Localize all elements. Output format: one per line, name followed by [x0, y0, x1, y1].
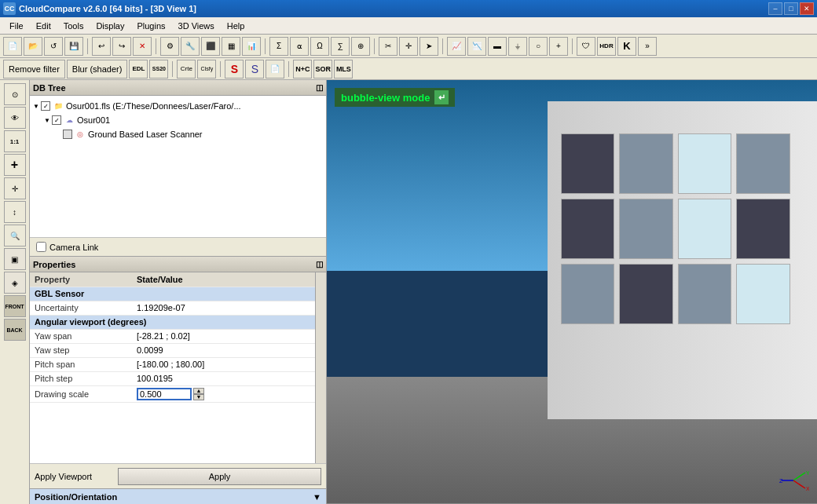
3d-view[interactable]: bubble-view mode ↵ Y X Z	[327, 80, 817, 504]
kiosk[interactable]: K	[617, 37, 636, 56]
tool3[interactable]: ⬛	[201, 37, 220, 56]
yaw-step-value: 0.0099	[132, 343, 315, 357]
tree-check-sensor[interactable]	[63, 130, 72, 139]
resize-button[interactable]: ↕	[4, 201, 26, 223]
col-value: State/Value	[132, 272, 315, 287]
tool2[interactable]: 🔧	[181, 37, 200, 56]
menu-edit[interactable]: Edit	[30, 20, 57, 32]
create-icon[interactable]: Crte	[177, 60, 196, 79]
save-button[interactable]: 💾	[64, 37, 83, 56]
menu-tools[interactable]: Tools	[57, 20, 90, 32]
select-button[interactable]: ◈	[4, 272, 26, 294]
filter1[interactable]: Σ	[269, 37, 288, 56]
doc-icon[interactable]: 📄	[266, 60, 284, 79]
menu-plugins[interactable]: Plugins	[130, 20, 171, 32]
ss20-icon[interactable]: SS20	[149, 60, 168, 79]
mls-icon[interactable]: MLS	[334, 60, 353, 79]
chart4[interactable]: ⏚	[508, 37, 527, 56]
zoom-in-button[interactable]: +	[4, 154, 26, 176]
close-button[interactable]: ✕	[800, 2, 814, 15]
props-scrollbar[interactable]	[315, 272, 326, 463]
orbit-button[interactable]: ⊙	[4, 83, 26, 105]
back-view-button[interactable]: BACK	[4, 319, 26, 341]
more-tools[interactable]: »	[638, 37, 657, 56]
sor-icon[interactable]: SOR	[313, 60, 332, 79]
row-pitch-step: Pitch step 100.0195	[30, 371, 315, 385]
front-view-button[interactable]: FRONT	[4, 295, 26, 317]
undo-button[interactable]: ↩	[92, 37, 111, 56]
zoom-button[interactable]: 🔍	[4, 225, 26, 247]
position-row-scroll[interactable]: ▼	[313, 492, 321, 502]
position-orientation-label: Position/Orientation	[35, 492, 117, 502]
apply-button[interactable]: Apply	[118, 468, 321, 485]
shield[interactable]: 🛡	[577, 37, 595, 56]
box-select-button[interactable]: ▣	[4, 248, 26, 270]
cloud-icon: ☁	[64, 115, 75, 125]
menu-display[interactable]: Display	[90, 20, 130, 32]
scissors[interactable]: ✂	[379, 37, 398, 56]
chart3[interactable]: ▬	[488, 37, 507, 56]
chart5[interactable]: ○	[529, 37, 548, 56]
tree-item-file[interactable]: ▼ ✓ 📁 Osur001.fls (E:/These/Donnees/Lase…	[33, 99, 323, 113]
drawing-scale-spinner: ▲ ▼	[193, 388, 204, 400]
tool5[interactable]: 📊	[242, 37, 261, 56]
row-pitch-span: Pitch span [-180.00 ; 180.00]	[30, 357, 315, 371]
camera-button[interactable]: 👁	[4, 107, 26, 129]
filter4[interactable]: ∑	[331, 37, 350, 56]
menu-3dviews[interactable]: 3D Views	[172, 20, 221, 32]
maximize-button[interactable]: □	[784, 2, 798, 15]
move[interactable]: ✛	[399, 37, 418, 56]
pitch-span-label: Pitch span	[30, 357, 132, 371]
filter5[interactable]: ⊕	[351, 37, 370, 56]
svg-text:X: X	[806, 486, 809, 491]
menu-file[interactable]: File	[3, 20, 30, 32]
gbl-label: GBL Sensor	[30, 287, 315, 301]
remove-filter-button[interactable]: Remove filter	[3, 60, 65, 79]
yaw-span-value: [-28.21 ; 0.02]	[132, 329, 315, 343]
bubble-mode-badge: bubble-view mode ↵	[335, 88, 455, 107]
bubble-exit-button[interactable]: ↵	[434, 90, 449, 104]
open-button[interactable]: 📂	[24, 37, 42, 56]
camera-link-row: Camera Link	[30, 237, 326, 256]
scale-11-button[interactable]: 1:1	[4, 130, 26, 152]
new-button[interactable]: 📄	[3, 37, 22, 56]
drawing-scale-input[interactable]	[137, 388, 192, 400]
apply-row: Apply Viewport Apply	[30, 463, 326, 488]
tree-label-file: Osur001.fls (E:/These/Donnees/Laser/Faro…	[66, 101, 241, 111]
filter2[interactable]: ⍺	[290, 37, 309, 56]
chart6[interactable]: +	[549, 37, 568, 56]
tool1[interactable]: ⚙	[160, 37, 179, 56]
s2-icon[interactable]: S	[245, 60, 264, 79]
properties-collapse[interactable]: ◫	[316, 260, 323, 268]
tree-item-sensor[interactable]: ▶ ◎ Ground Based Laser Scanner	[33, 127, 323, 141]
sep1	[87, 38, 88, 54]
pitch-step-label: Pitch step	[30, 371, 132, 385]
chart2[interactable]: 📉	[467, 37, 486, 56]
reload-button[interactable]: ↺	[44, 37, 63, 56]
redo-button[interactable]: ↪	[112, 37, 131, 56]
db-tree-collapse[interactable]: ◫	[316, 83, 323, 92]
spin-down[interactable]: ▼	[193, 394, 204, 400]
tool4[interactable]: ▦	[222, 37, 240, 56]
tree-check-file[interactable]: ✓	[41, 101, 50, 111]
chart1[interactable]: 📈	[447, 37, 466, 56]
pan-button[interactable]: ✛	[4, 177, 26, 199]
spin-up[interactable]: ▲	[193, 388, 204, 394]
menu-help[interactable]: Help	[221, 20, 251, 32]
hdr[interactable]: HDR	[597, 37, 616, 56]
minimize-button[interactable]: –	[768, 2, 782, 15]
edl-icon[interactable]: EDL	[129, 60, 148, 79]
window-2	[619, 133, 672, 194]
section-angular: Angular viewport (degrees)	[30, 315, 315, 329]
camera-link-checkbox[interactable]	[36, 242, 46, 252]
tree-check-cloud[interactable]: ✓	[52, 115, 61, 125]
classify-icon[interactable]: Clsfy	[197, 60, 216, 79]
delete-button[interactable]: ✕	[133, 37, 152, 56]
tree-item-cloud[interactable]: ▼ ✓ ☁ Osur001	[33, 113, 323, 127]
arrow[interactable]: ➤	[419, 37, 438, 56]
properties-header: Properties ◫	[30, 257, 326, 272]
blur-shader-button[interactable]: Blur (shader)	[67, 60, 128, 79]
nc-icon[interactable]: N+C	[293, 60, 312, 79]
filter3[interactable]: Ω	[310, 37, 329, 56]
s-icon[interactable]: S	[225, 60, 244, 79]
